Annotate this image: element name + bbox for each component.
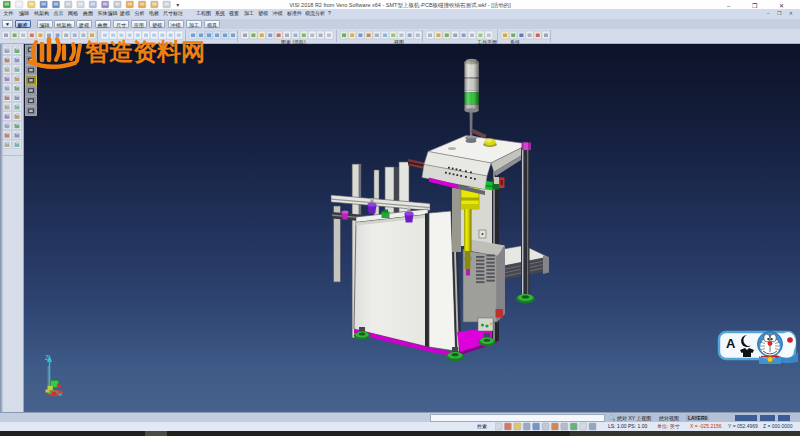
svg-text:▾: ▾ <box>176 2 179 8</box>
svg-text:A: A <box>726 336 736 351</box>
